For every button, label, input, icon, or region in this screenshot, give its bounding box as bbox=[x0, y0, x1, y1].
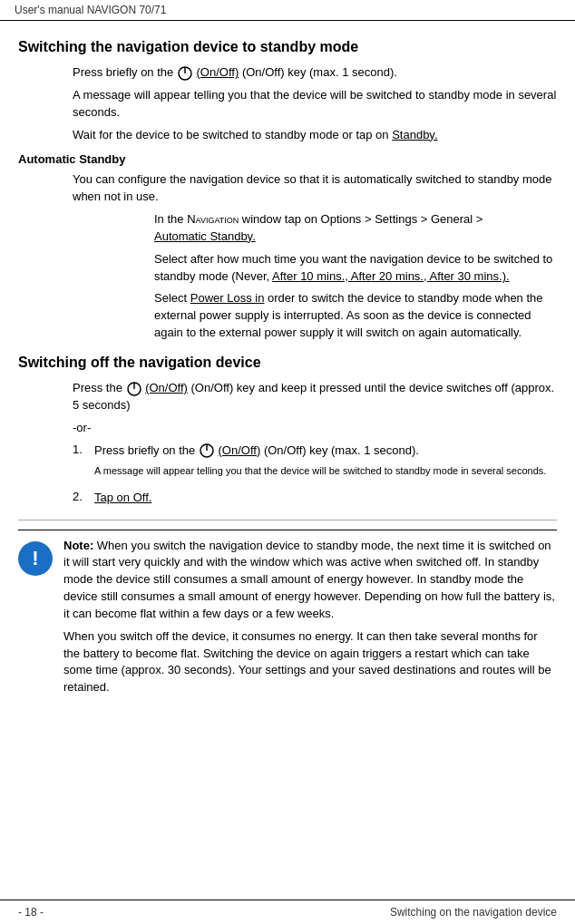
footer-right: Switching on the navigation device bbox=[390, 906, 557, 919]
subsection1-title: Automatic Standby bbox=[18, 152, 557, 166]
section1-para1: Press briefly on the (On/Off) (On/Off) k… bbox=[73, 64, 557, 82]
note-text1: When you switch the navigation device to… bbox=[63, 539, 555, 620]
numbered-list: 1. Press briefly on the (On/Off) (On/Off… bbox=[18, 443, 557, 512]
section1-para3: Wait for the device to be switched to st… bbox=[73, 127, 557, 144]
list-item-2: 2. Tap on Off. bbox=[73, 490, 557, 512]
section2-title: Switching off the navigation device bbox=[18, 355, 557, 371]
section2-para1: Press the (On/Off) (On/Off) key and keep… bbox=[73, 380, 557, 414]
note-label: Note: bbox=[63, 539, 93, 552]
item1-number: 1. bbox=[73, 443, 87, 484]
footer-left: - 18 - bbox=[18, 906, 44, 919]
note-text: Note: When you switch the navigation dev… bbox=[63, 538, 557, 703]
note-divider bbox=[18, 520, 557, 520]
section2-para2: -or- bbox=[73, 420, 557, 437]
note-box: ! Note: When you switch the navigation d… bbox=[18, 530, 557, 703]
onoff-icon-3 bbox=[199, 443, 215, 459]
subsection1-indented: In the Navigation window tap on Options … bbox=[73, 211, 557, 342]
onoff-icon-2 bbox=[126, 381, 142, 397]
note-icon: ! bbox=[18, 541, 53, 576]
subsection1-body: You can configure the navigation device … bbox=[18, 171, 557, 342]
section1-para2: A message will appear telling you that t… bbox=[73, 87, 557, 122]
subsection1-para1: You can configure the navigation device … bbox=[73, 171, 557, 206]
section1-title: Switching the navigation device to stand… bbox=[18, 39, 557, 55]
onoff-icon-1 bbox=[177, 65, 193, 82]
subsection1-para4: Select Power Loss in order to switch the… bbox=[154, 290, 557, 342]
main-content: Switching the navigation device to stand… bbox=[0, 21, 575, 756]
section1-body: Press briefly on the (On/Off) (On/Off) k… bbox=[18, 64, 557, 143]
note-text2: When you switch off the device, it consu… bbox=[63, 628, 557, 696]
item1-subtext: A message will appear telling you that t… bbox=[94, 464, 546, 478]
list-item-1: 1. Press briefly on the (On/Off) (On/Off… bbox=[73, 443, 557, 484]
section2-body: Press the (On/Off) (On/Off) key and keep… bbox=[18, 380, 557, 437]
item1-content: Press briefly on the (On/Off) (On/Off) k… bbox=[94, 443, 546, 484]
header-title: User's manual NAVIGON 70/71 bbox=[15, 4, 166, 16]
page-header: User's manual NAVIGON 70/71 bbox=[0, 0, 575, 21]
subsection1-para2: In the Navigation window tap on Options … bbox=[154, 211, 557, 246]
item2-number: 2. bbox=[73, 490, 87, 512]
subsection1-para3: Select after how much time you want the … bbox=[154, 251, 557, 286]
page-footer: - 18 - Switching on the navigation devic… bbox=[0, 900, 575, 924]
